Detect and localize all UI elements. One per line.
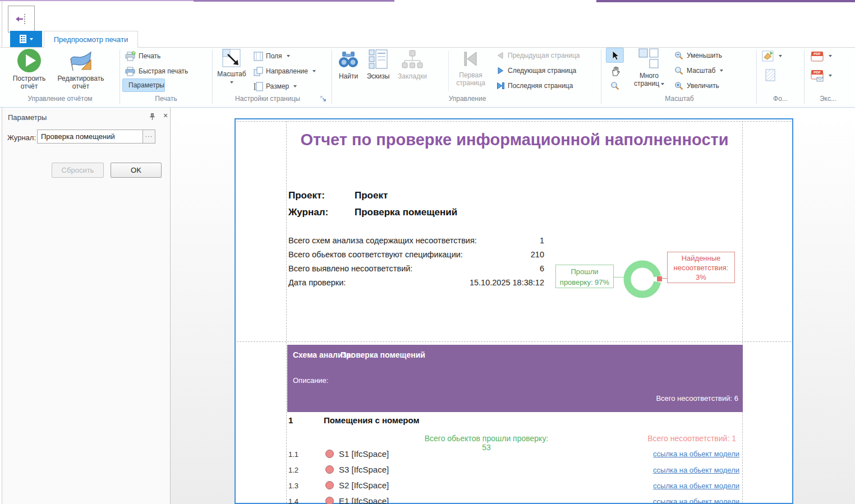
zoom-dropdown-button[interactable]: Масштаб [674,64,723,77]
export-document-button[interactable]: PDF [810,49,832,63]
journal-input[interactable] [37,130,143,144]
model-object-link[interactable]: ссылка на обьект модели [653,482,739,490]
find-button[interactable]: Найти [335,48,361,80]
app-menu-button[interactable] [10,31,42,47]
watermark-button[interactable] [763,68,778,82]
many-pages-button[interactable]: Много страниц [631,48,668,87]
app-menu-icon [19,34,27,44]
last-page-label: Последняя страница [508,82,573,90]
pin-panel-button[interactable] [147,112,157,122]
group-caption-report: Управление отчётом [6,95,114,103]
magnifier-tool-button[interactable] [606,79,624,93]
zoom-out-button[interactable]: Уменьшить [674,49,722,62]
group-separator [119,50,120,104]
stat-label: Всего обьектов соответствуют спецификаци… [288,250,463,259]
journal-label: Журнал: [288,207,328,218]
build-report-label: Построить отчёт [6,75,53,90]
rule-failed-total: Всего несоответствий: 1 [647,434,736,443]
item-name: S1 [IfcSpace] [339,449,389,459]
size-caret-icon [293,85,297,87]
group-separator [212,50,213,104]
orientation-icon [254,67,263,76]
printer-question-icon: ? [125,51,136,62]
quick-print-label: Быстрая печать [139,67,188,75]
app-menu-caret-icon [30,38,33,40]
group-caption-export: Экс... [805,95,851,103]
first-page-button[interactable]: Первая страница [452,48,490,87]
model-object-link[interactable]: ссылка на обьект модели [653,466,739,474]
bookmarks-button[interactable]: Закладки [395,48,430,80]
many-pages-label: Много страниц [631,72,668,87]
paint-bucket-icon [762,50,774,62]
edit-report-label: Редактировать отчёт [53,75,109,90]
margins-button[interactable]: Поля [254,49,290,63]
stat-label: Дата проверки: [288,278,346,287]
item-name: E1 [IfcSpace] [339,496,389,504]
group-separator [332,50,332,104]
zoom-out-icon [674,51,684,61]
size-button[interactable]: Размер [254,80,297,93]
ok-button[interactable]: OK [111,163,162,178]
group-caption-print: Печать [121,95,211,103]
orientation-caret-icon [312,70,316,72]
zoom-in-label: Увеличить [687,82,719,90]
build-report-button[interactable]: Построить отчёт [6,48,53,90]
zoom-in-button[interactable]: Увеличить [674,79,719,93]
send-email-caret-icon [829,75,832,77]
send-email-button[interactable]: PDF [810,69,832,82]
orientation-button[interactable]: Направление [254,64,316,78]
svg-text:?: ? [132,52,135,55]
group-caption-zoom: Масштаб [604,95,755,103]
stat-value: 1 [460,236,544,245]
margins-icon [254,52,263,61]
scale-page-icon [222,48,242,68]
failed-callout-line [661,278,667,279]
margin-guide-right [742,121,743,503]
watermark-icon [765,69,776,81]
collapse-panel-button[interactable] [8,6,35,33]
prev-page-button[interactable]: Предыдущая страница [496,49,580,62]
cursor-icon [610,50,619,61]
analysis-scheme-band: Схема анализа: Проверка помещений Описан… [287,345,743,412]
reset-button[interactable]: Сбросить [52,163,104,178]
next-page-button[interactable]: Следующая страница [496,64,576,77]
play-icon [17,48,42,73]
print-label: Печать [139,52,160,60]
stat-label: Всего выявлено несоответствий: [288,264,412,273]
stat-value: 6 [460,264,544,273]
pointer-tool-button[interactable] [606,48,624,63]
last-page-button[interactable]: Последняя страница [496,79,573,93]
margin-guide-left [286,121,287,503]
hand-tool-button[interactable] [606,63,624,78]
edit-flag-icon [68,48,94,73]
scale-button[interactable]: Масштаб [216,48,247,86]
print-button[interactable]: ? Печать [125,49,160,63]
many-pages-icon [638,48,660,70]
tab-print-preview[interactable]: Предпросмотр печати [44,31,138,48]
scheme-total-mismatches: Всего несоответствий: 6 [656,394,738,403]
scale-caret-icon [230,81,233,84]
parameters-button[interactable]: ? Параметры [122,78,165,92]
fill-background-caret-icon [779,55,782,57]
close-panel-button[interactable]: × [160,110,171,121]
group-separator [601,50,601,104]
journal-browse-button[interactable]: ··· [142,130,155,144]
passed-callout-box: Прошли проверку: 97% [555,265,614,288]
pin-icon [149,113,156,121]
margin-guide-top [237,121,791,122]
parameters-label: Параметры [128,81,164,89]
bookmarks-label: Закладки [395,72,430,80]
next-page-icon [496,66,505,75]
fill-background-button[interactable] [762,49,782,63]
find-label: Найти [335,72,361,80]
model-object-link[interactable]: ссылка на обьект модели [653,497,739,504]
quick-print-button[interactable]: Быстрая печать [125,64,188,78]
edit-report-button[interactable]: Редактировать отчёт [53,48,109,90]
preview-surface[interactable]: Отчет по проверке информационной наполне… [171,108,855,504]
page-setup-dialog-launcher[interactable] [320,94,327,104]
band-guide [237,341,791,342]
model-object-link[interactable]: ссылка на обьект модели [653,450,739,458]
pdf-export-icon: PDF [810,50,824,62]
rule-name: Помещения с номером [324,415,420,425]
thumbnails-button[interactable]: Эскизы [364,48,393,80]
